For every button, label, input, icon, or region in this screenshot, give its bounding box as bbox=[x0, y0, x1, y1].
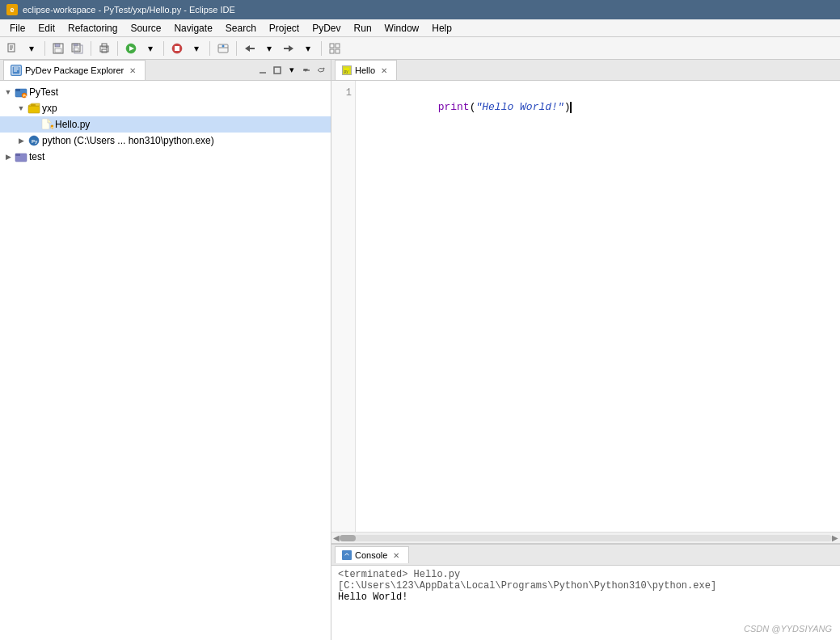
package-explorer-tab-label: PyDev Package Explorer bbox=[25, 65, 124, 75]
code-area[interactable]: print("Hello World!") bbox=[356, 81, 840, 532]
svg-rect-42 bbox=[28, 106, 40, 113]
package-explorer-tab[interactable]: PyDev Package Explorer ✕ bbox=[3, 60, 146, 80]
svg-rect-26 bbox=[330, 44, 334, 48]
svg-point-14 bbox=[106, 47, 108, 48]
menu-project[interactable]: Project bbox=[263, 19, 306, 36]
toolbar-sep-1 bbox=[44, 41, 45, 56]
tree-item-pytest[interactable]: ▼ Py PyTest bbox=[0, 84, 331, 100]
tree-item-hello-py[interactable]: ▶ py Hello.py bbox=[0, 116, 331, 133]
title-bar: e eclipse-workspace - PyTest/yxp/Hello.p… bbox=[0, 0, 840, 19]
console-tab[interactable]: Console ✕ bbox=[335, 546, 409, 563]
code-keyword-print: print bbox=[438, 101, 470, 113]
window-title: eclipse-workspace - PyTest/yxp/Hello.py … bbox=[23, 5, 235, 15]
tree-toggle-pytest[interactable]: ▼ bbox=[2, 86, 15, 99]
svg-text:Py: Py bbox=[32, 139, 38, 144]
editor-tab-hello[interactable]: py Hello ✕ bbox=[335, 60, 397, 80]
toolbar-back[interactable] bbox=[241, 40, 259, 57]
minimize-panel-btn[interactable] bbox=[256, 64, 269, 77]
tree-label-test: test bbox=[27, 151, 44, 162]
menu-run[interactable]: Run bbox=[348, 19, 378, 36]
console-icon bbox=[342, 550, 352, 560]
tree-label-pytest: PyTest bbox=[27, 86, 58, 98]
svg-rect-6 bbox=[55, 48, 61, 53]
line-number-1: 1 bbox=[335, 86, 352, 100]
scroll-left-btn[interactable]: ◀ bbox=[333, 533, 340, 542]
toolbar-debug[interactable] bbox=[214, 40, 232, 57]
svg-rect-27 bbox=[336, 44, 340, 48]
console-terminated-line: <terminated> Hello.py [C:\Users\123\AppD… bbox=[338, 569, 834, 592]
line-numbers: 1 bbox=[331, 81, 356, 532]
left-panel: PyDev Package Explorer ✕ ▾ bbox=[0, 60, 331, 640]
collapse-all-btn[interactable] bbox=[300, 64, 313, 77]
toolbar-sep-5 bbox=[209, 41, 210, 56]
svg-rect-54 bbox=[15, 154, 20, 156]
panel-tab-actions: ▾ bbox=[256, 64, 327, 77]
console-output-line: Hello World! bbox=[338, 592, 834, 603]
svg-rect-35 bbox=[274, 67, 281, 74]
toolbar: ▾ ▾ ▾ ▾ ▾ bbox=[0, 37, 840, 60]
menu-window[interactable]: Window bbox=[378, 19, 426, 36]
tree-toggle-yxp[interactable]: ▼ bbox=[15, 102, 27, 115]
toolbar-sep-7 bbox=[321, 41, 322, 56]
watermark-text: CSDN @YYDSIYANG bbox=[744, 624, 832, 634]
editor-tab-close[interactable]: ✕ bbox=[378, 65, 390, 76]
console-tab-bar: Console ✕ bbox=[331, 545, 840, 566]
toolbar-new[interactable] bbox=[3, 40, 21, 57]
menu-search[interactable]: Search bbox=[219, 19, 263, 36]
svg-point-21 bbox=[222, 44, 225, 47]
toolbar-stop-dropdown[interactable]: ▾ bbox=[188, 40, 205, 57]
view-menu-btn[interactable]: ▾ bbox=[285, 64, 298, 77]
toolbar-save[interactable] bbox=[49, 40, 67, 57]
app-icon: e bbox=[6, 4, 18, 15]
maximize-panel-btn[interactable] bbox=[271, 64, 284, 77]
toolbar-save-all[interactable] bbox=[69, 40, 87, 57]
menu-pydev[interactable]: PyDev bbox=[306, 19, 347, 36]
tree-toggle-hello: ▶ bbox=[27, 118, 40, 131]
toolbar-sep-6 bbox=[236, 41, 237, 56]
editor-scrollbar[interactable]: ◀ ▶ bbox=[331, 532, 840, 543]
svg-rect-29 bbox=[336, 49, 340, 53]
tree-label-hello-py: Hello.py bbox=[53, 119, 90, 130]
menu-bar: File Edit Refactoring Source Navigate Se… bbox=[0, 19, 840, 37]
tree-item-python-interp[interactable]: ▶ Py python (C:\Users ... hon310\python.… bbox=[0, 133, 331, 149]
tree-item-yxp[interactable]: ▼ yxp bbox=[0, 100, 331, 116]
toolbar-forward-dropdown[interactable]: ▾ bbox=[299, 40, 317, 57]
editor-tab-icon: py bbox=[342, 65, 352, 75]
scrollbar-thumb[interactable] bbox=[340, 535, 356, 541]
toolbar-back-dropdown[interactable]: ▾ bbox=[260, 40, 278, 57]
console-tab-close[interactable]: ✕ bbox=[390, 549, 402, 561]
menu-refactoring[interactable]: Refactoring bbox=[61, 19, 124, 36]
tree-label-yxp: yxp bbox=[40, 103, 57, 114]
toolbar-perspective[interactable] bbox=[326, 40, 344, 57]
svg-rect-5 bbox=[55, 44, 60, 47]
code-string-hello: "Hello World!" bbox=[475, 101, 564, 113]
scroll-right-btn[interactable]: ▶ bbox=[832, 533, 838, 542]
menu-file[interactable]: File bbox=[3, 19, 32, 36]
tree-item-test[interactable]: ▶ test bbox=[0, 149, 331, 165]
toolbar-sep-3 bbox=[117, 41, 118, 56]
package-explorer-close[interactable]: ✕ bbox=[127, 65, 138, 76]
menu-navigate[interactable]: Navigate bbox=[167, 19, 218, 36]
menu-edit[interactable]: Edit bbox=[32, 19, 61, 36]
toolbar-forward[interactable] bbox=[280, 40, 298, 57]
toolbar-new-dropdown[interactable]: ▾ bbox=[23, 40, 40, 57]
svg-marker-46 bbox=[48, 119, 52, 123]
svg-rect-44 bbox=[31, 104, 36, 106]
menu-source[interactable]: Source bbox=[124, 19, 167, 36]
toolbar-print[interactable] bbox=[95, 40, 113, 57]
file-icon-hello-py: py bbox=[40, 118, 53, 131]
toolbar-run[interactable] bbox=[122, 40, 140, 57]
link-with-editor-btn[interactable] bbox=[314, 64, 327, 77]
tree-toggle-test[interactable]: ▶ bbox=[2, 150, 15, 163]
tree-toggle-python[interactable]: ▶ bbox=[15, 134, 27, 147]
toolbar-stop[interactable] bbox=[168, 40, 186, 57]
package-icon-yxp bbox=[27, 102, 40, 115]
package-explorer-tab-bar: PyDev Package Explorer ✕ ▾ bbox=[0, 60, 331, 81]
editor-content: 1 print("Hello World!") bbox=[331, 81, 840, 532]
svg-rect-57 bbox=[344, 552, 350, 558]
svg-text:py: py bbox=[344, 69, 349, 74]
scrollbar-track[interactable] bbox=[340, 535, 832, 541]
svg-rect-28 bbox=[330, 49, 334, 53]
menu-help[interactable]: Help bbox=[425, 19, 458, 36]
toolbar-run-dropdown[interactable]: ▾ bbox=[141, 40, 159, 57]
